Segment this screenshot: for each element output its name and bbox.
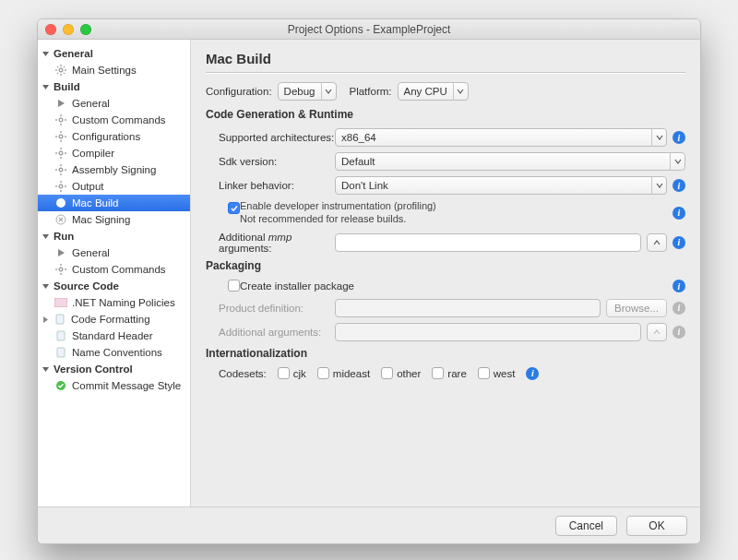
- info-icon[interactable]: i: [673, 179, 685, 192]
- close-window-button[interactable]: [45, 24, 56, 35]
- svg-rect-41: [54, 298, 67, 307]
- sidebar-item-run-custom-commands[interactable]: Custom Commands: [38, 261, 190, 278]
- codeset-other-checkbox[interactable]: [381, 367, 393, 379]
- sidebar-group-general[interactable]: General: [38, 45, 190, 62]
- sidebar-item-mac-signing[interactable]: Mac Signing: [38, 211, 190, 228]
- sidebar-group-version-control[interactable]: Version Control: [38, 361, 190, 377]
- configuration-label: Configuration:: [206, 86, 272, 97]
- chevron-down-icon: [321, 82, 336, 101]
- section-packaging: Packaging: [206, 259, 685, 272]
- sidebar-item-configurations[interactable]: Configurations: [38, 128, 190, 145]
- dialog-footer: Cancel OK: [38, 506, 700, 543]
- info-icon: i: [673, 302, 685, 315]
- codesets-row: Codesets: cjk mideast other rare west i: [206, 367, 685, 380]
- gear-icon: [54, 64, 67, 77]
- enable-profiling-checkbox[interactable]: [228, 202, 240, 214]
- codeset-mideast-checkbox[interactable]: [317, 367, 329, 379]
- svg-rect-42: [56, 315, 64, 324]
- sidebar-item-name-conventions[interactable]: Name Conventions: [38, 344, 190, 361]
- svg-point-9: [59, 118, 63, 122]
- chevron-down-icon: [42, 83, 50, 91]
- sidebar-item-output[interactable]: Output: [38, 178, 190, 195]
- svg-point-29: [59, 185, 63, 188]
- codeset-west-checkbox[interactable]: [478, 367, 490, 379]
- ok-button[interactable]: OK: [626, 516, 687, 536]
- section-i18n: Internationalization: [206, 347, 685, 360]
- expand-button[interactable]: [647, 233, 667, 252]
- sidebar-group-source-code[interactable]: Source Code: [38, 278, 190, 294]
- svg-line-6: [64, 73, 65, 74]
- sidebar-group-build[interactable]: Build: [38, 78, 190, 95]
- sdk-version-label: Sdk version:: [206, 156, 335, 167]
- x-circle-icon: [54, 197, 67, 209]
- svg-point-19: [59, 151, 63, 155]
- sidebar-item-custom-commands[interactable]: Custom Commands: [38, 112, 190, 128]
- svg-point-0: [59, 68, 63, 72]
- play-icon: [54, 246, 67, 259]
- sidebar-item-main-settings[interactable]: Main Settings: [38, 62, 190, 78]
- codesets-label: Codesets:: [219, 368, 267, 379]
- chevron-down-icon: [453, 82, 468, 101]
- section-code-generation: Code Generation & Runtime: [206, 108, 685, 121]
- chevron-down-icon: [42, 282, 50, 291]
- svg-rect-44: [57, 348, 65, 357]
- chevron-down-icon: [651, 176, 666, 195]
- sidebar-item-net-naming[interactable]: .NET Naming Policies: [38, 294, 190, 311]
- divider: [206, 72, 685, 73]
- product-definition-label: Product definition:: [206, 303, 335, 314]
- svg-line-8: [64, 66, 65, 67]
- titlebar: Project Options - ExampleProject: [38, 19, 700, 40]
- svg-point-36: [59, 268, 63, 271]
- additional-args-input: [335, 323, 641, 341]
- platform-select[interactable]: Any CPU: [398, 82, 469, 101]
- info-icon[interactable]: i: [526, 367, 539, 380]
- info-icon[interactable]: i: [673, 207, 685, 220]
- main-panel: Mac Build Configuration: Debug Platform:…: [191, 40, 700, 506]
- info-icon[interactable]: i: [673, 131, 685, 144]
- sidebar-item-build-general[interactable]: General: [38, 95, 190, 112]
- additional-mmp-input[interactable]: [335, 233, 641, 252]
- cancel-button[interactable]: Cancel: [555, 516, 617, 536]
- create-installer-checkbox[interactable]: [228, 280, 240, 292]
- sidebar-item-standard-header[interactable]: Standard Header: [38, 328, 190, 344]
- info-icon[interactable]: i: [673, 280, 685, 292]
- zoom-window-button[interactable]: [80, 24, 91, 35]
- supported-arch-label: Supported architectures:: [206, 132, 335, 143]
- sidebar-item-commit-style[interactable]: Commit Message Style: [38, 377, 190, 394]
- codeset-rare-checkbox[interactable]: [432, 367, 444, 379]
- document-icon: [54, 329, 67, 342]
- chevron-down-icon: [651, 128, 666, 147]
- additional-mmp-label: Additional mmp arguments:: [206, 232, 335, 254]
- gear-icon: [54, 263, 67, 276]
- sidebar-item-compiler[interactable]: Compiler: [38, 145, 190, 161]
- browse-button: Browse...: [606, 299, 667, 317]
- sdk-version-select[interactable]: Default: [335, 152, 685, 171]
- page-title: Mac Build: [206, 51, 685, 66]
- play-icon: [54, 97, 67, 110]
- supported-arch-select[interactable]: x86_64: [335, 128, 667, 147]
- svg-point-24: [59, 168, 63, 172]
- codeset-cjk-checkbox[interactable]: [278, 367, 290, 379]
- gear-icon: [54, 180, 67, 193]
- abc-icon: [54, 296, 67, 309]
- sidebar-item-code-formatting[interactable]: Code Formatting: [38, 311, 190, 328]
- document-icon: [54, 313, 66, 326]
- window-controls: [45, 24, 91, 35]
- sidebar-item-assembly-signing[interactable]: Assembly Signing: [38, 161, 190, 178]
- svg-line-5: [57, 66, 58, 67]
- sidebar-item-run-general[interactable]: General: [38, 244, 190, 261]
- sidebar-item-mac-build[interactable]: Mac Build: [38, 195, 190, 211]
- info-icon[interactable]: i: [673, 236, 685, 249]
- configuration-select[interactable]: Debug: [278, 82, 337, 101]
- project-options-window: Project Options - ExampleProject General…: [37, 18, 701, 544]
- linker-select[interactable]: Don't Link: [335, 176, 667, 195]
- document-icon: [54, 346, 67, 359]
- minimize-window-button[interactable]: [63, 24, 74, 35]
- sidebar-group-run[interactable]: Run: [38, 228, 190, 244]
- config-platform-row: Configuration: Debug Platform: Any CPU: [206, 82, 685, 101]
- chevron-down-icon: [670, 152, 684, 171]
- linker-label: Linker behavior:: [206, 180, 335, 191]
- expand-button: [647, 323, 667, 341]
- info-icon: i: [673, 326, 685, 339]
- svg-rect-43: [57, 331, 65, 340]
